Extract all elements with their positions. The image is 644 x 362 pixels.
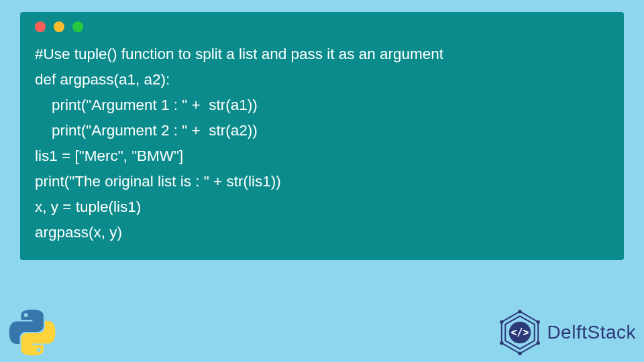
svg-point-5 [537,320,540,324]
window-controls [35,21,609,32]
close-dot-icon [35,21,46,32]
code-line: print("Argument 1 : " + str(a1)) [35,93,609,118]
maximize-dot-icon [72,21,83,32]
brand-name: DelftStack [547,322,636,343]
code-line: x, y = tuple(lis1) [35,194,609,220]
svg-point-9 [500,320,503,324]
delftstack-brand: </> DelftStack [497,310,636,355]
svg-point-7 [519,352,522,355]
code-line: print("The original list is : " + str(li… [35,169,609,194]
code-block: #Use tuple() function to split a list an… [35,42,609,245]
delftstack-logo-icon: </> [497,310,543,355]
minimize-dot-icon [54,21,64,32]
python-logo-icon [8,308,56,357]
svg-point-6 [537,341,540,345]
code-line: lis1 = ["Merc", "BMW"] [35,143,609,169]
code-window: #Use tuple() function to split a list an… [20,12,624,260]
svg-point-8 [500,341,503,345]
code-line: print("Argument 2 : " + str(a2)) [35,118,609,143]
code-line: argpass(x, y) [35,220,609,245]
svg-point-4 [519,310,522,313]
svg-text:</>: </> [511,326,529,339]
code-line: def argpass(a1, a2): [35,67,609,93]
code-line: #Use tuple() function to split a list an… [35,42,609,67]
